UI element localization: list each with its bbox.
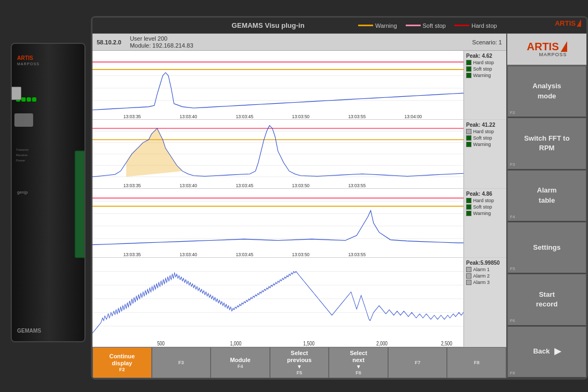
switch-fft-label2: RPM [539,144,555,153]
svg-text:13:03:45: 13:03:45 [236,113,253,119]
empty-f3-btn[interactable]: F3 [152,347,211,378]
user-level: User level 200 [130,35,194,42]
logo-artis: ARTIS [527,41,559,52]
select-previous-btn[interactable]: Select previous ▼ F5 [270,347,329,378]
peak-label-2: Peak: 41.22 [466,122,504,128]
f8-label: F8 [474,360,480,365]
title-bar: GEMAMS Visu plug-in Warning Soft stop Ha… [92,18,586,34]
svg-rect-62 [75,151,86,258]
svg-text:13:04:00: 13:04:00 [405,113,422,119]
select-prev-label2: previous [287,357,312,363]
chart-header: 58.10.2.0 User level 200 Module: 192.168… [92,34,506,51]
chart-row-2: 13:03:35 13:03:40 13:03:45 13:03:50 13:0… [92,120,506,189]
svg-rect-58 [14,113,33,127]
chart3-warning: Warning [466,211,504,216]
warning-line [358,25,373,26]
svg-rect-39 [92,258,463,347]
empty-f8-btn[interactable]: F8 [447,347,506,378]
svg-rect-56 [27,97,31,102]
alarm-table-label2: table [539,196,555,205]
svg-text:13:03:45: 13:03:45 [236,251,253,257]
select-prev-fn: F5 [297,370,303,375]
soft-stop-label: Soft stop [423,22,446,29]
device-body: ARTIS MARPOSS gen|p Transmit Receive Pow… [11,43,86,342]
peak-label-4: Peak:5.99850 [466,260,504,266]
svg-text:1,000: 1,000 [230,341,242,347]
svg-text:Transmit: Transmit [16,148,28,151]
svg-text:13:03:50: 13:03:50 [292,251,310,257]
svg-text:gen|p: gen|p [17,190,28,195]
start-record-label: Start [539,290,555,299]
svg-text:13:03:40: 13:03:40 [180,113,197,119]
select-prev-arrow: ▼ [297,364,302,370]
artis-text: ARTIS [555,19,576,27]
svg-text:Receive: Receive [16,153,28,157]
svg-text:13:03:35: 13:03:35 [123,113,141,119]
chart-info-4: Peak:5.99850 Alarm 1 Alarm 2 Alarm 3 [463,258,506,347]
svg-rect-57 [32,97,36,102]
sidebar-logo: ARTIS MARPOSS [507,34,586,66]
charts-panel: 58.10.2.0 User level 200 Module: 192.168… [92,34,506,378]
chart1-soft-stop: Soft stop [466,66,504,72]
analysis-mode-label: Analysis [532,82,561,91]
svg-text:13:03:50: 13:03:50 [292,183,310,188]
svg-text:13:03:40: 13:03:40 [180,251,197,257]
chart4-alarm2: Alarm 2 [466,273,504,279]
warning-legend: Warning [358,22,397,29]
chart3-soft-stop: Soft stop [466,204,504,210]
alarm-table-btn[interactable]: Alarm table F4 [507,170,586,222]
module-fn: F4 [237,364,243,369]
analysis-mode-btn[interactable]: Analysis mode F2 [507,66,586,118]
select-next-btn[interactable]: Select next ▼ F6 [329,347,388,378]
logo-marposs: MARPOSS [539,52,567,57]
back-btn[interactable]: Back ▶ F8 [507,326,586,378]
select-next-label2: next [352,357,365,363]
gemams-device: ARTIS MARPOSS gen|p Transmit Receive Pow… [0,43,107,353]
svg-text:13:03:45: 13:03:45 [236,183,253,188]
hard-stop-legend: Hard stop [454,22,497,29]
bottom-toolbar: Continue display F2 F3 Module F4 Select … [92,347,506,378]
settings-fn: F5 [510,266,515,272]
chart2-soft-stop: Soft stop [466,135,504,141]
switch-fft-btn[interactable]: Switch FFT to RPM F3 [507,118,586,170]
chart-svg-1: 13:03:35 13:03:40 13:03:45 13:03:50 13:0… [92,51,463,119]
legend-area: Warning Soft stop Hard stop [358,22,497,29]
module-btn[interactable]: Module F4 [211,347,270,378]
scenario-text: Scenario: 1 [472,39,502,45]
peak-label-1: Peak: 4.62 [466,53,504,59]
chart2-warning: Warning [466,142,504,147]
back-fn: F8 [510,371,515,376]
soft-stop-legend: Soft stop [406,22,446,29]
svg-text:1,500: 1,500 [303,341,314,347]
start-record-btn[interactable]: Start record F6 [507,274,586,326]
soft-stop-line [406,25,421,26]
analysis-mode-label2: mode [538,92,556,101]
chart2-hard-stop: Hard stop [466,129,504,134]
chart-svg-4: 500 1,000 1,500 2,000 2,500 [92,258,463,347]
start-record-label2: record [536,300,558,309]
chart-area: 13:03:35 13:03:40 13:03:45 13:03:50 13:0… [92,51,506,347]
alarm-table-label: Alarm [537,186,557,195]
svg-text:2,500: 2,500 [441,341,452,347]
chart-svg-3: 13:03:35 13:03:40 13:03:45 13:03:50 13:0… [92,189,463,257]
svg-text:13:03:40: 13:03:40 [180,183,197,188]
svg-text:13:03:35: 13:03:35 [123,251,141,257]
svg-text:13:03:35: 13:03:35 [123,183,141,188]
analysis-fn: F2 [510,110,515,116]
svg-text:500: 500 [157,341,165,347]
main-content: 58.10.2.0 User level 200 Module: 192.168… [92,34,586,378]
svg-text:13:03:50: 13:03:50 [292,113,310,119]
module-label: Module [230,357,251,363]
chart-row-1: 13:03:35 13:03:40 13:03:45 13:03:50 13:0… [92,51,506,120]
select-prev-label: Select [291,350,308,356]
hard-stop-line [454,25,469,26]
eth-port [11,87,21,100]
svg-text:GEMAMS: GEMAMS [17,328,41,334]
empty-f7-btn[interactable]: F7 [388,347,447,378]
chart1-hard-stop: Hard stop [466,60,504,65]
settings-btn[interactable]: Settings F5 [507,222,586,274]
chart-canvas-3: 13:03:35 13:03:40 13:03:45 13:03:50 13:0… [92,189,463,257]
chart-canvas-2: 13:03:35 13:03:40 13:03:45 13:03:50 13:0… [92,120,463,188]
chart4-alarm3: Alarm 3 [466,280,504,285]
back-label: Back [533,347,550,356]
